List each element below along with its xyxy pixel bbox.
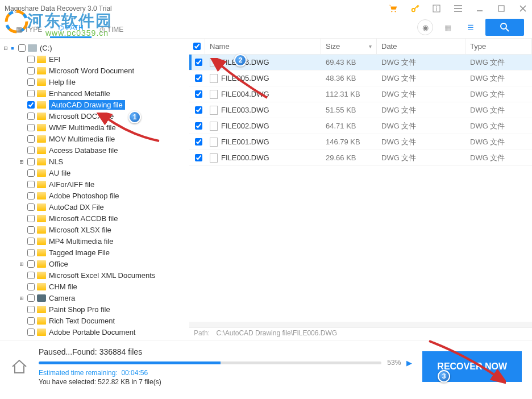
file-checkbox[interactable] [195, 122, 202, 130]
tree-item[interactable]: MP4 Multimedia file [0, 235, 189, 247]
file-row[interactable]: FILE005.DWG48.36 KBDWG 文件DWG 文件 [189, 70, 532, 86]
resume-button[interactable]: ▶ [406, 359, 412, 367]
tree-item-checkbox[interactable] [27, 135, 35, 143]
tree-item[interactable]: Microsoft ACCDB file [0, 213, 189, 224]
file-row[interactable]: FILE004.DWG112.31 KBDWG 文件DWG 文件 [189, 86, 532, 102]
file-checkbox[interactable] [195, 106, 202, 114]
tree-item-checkbox[interactable] [27, 101, 35, 109]
tree-item[interactable]: WMF Multimedia file [0, 122, 189, 133]
list-view-icon[interactable]: ☰ [463, 19, 479, 35]
tree-item-checkbox[interactable] [27, 158, 35, 165]
tree-item[interactable]: Enhanced Metafile [0, 88, 189, 99]
home-button[interactable] [10, 358, 28, 376]
tree-item[interactable]: AIForAIFF file [0, 178, 189, 190]
tree-item-checkbox[interactable] [27, 56, 35, 63]
tab-path[interactable]: ⌬PATH [50, 19, 91, 38]
file-size: 112.31 KB [321, 90, 377, 98]
folder-icon [37, 283, 46, 290]
tree-item[interactable]: AU file [0, 167, 189, 178]
tree-item[interactable]: ⊞Camera [0, 292, 189, 304]
col-type[interactable]: Type [466, 39, 532, 54]
tree-item[interactable]: AutoCAD Drawing file [0, 99, 189, 110]
col-date[interactable]: Date [377, 39, 466, 54]
tree-item[interactable]: Help file [0, 76, 189, 88]
shop-icon[interactable] [389, 4, 398, 13]
tree-item-checkbox[interactable] [27, 203, 35, 211]
folder-tree[interactable]: ⊟▪ (C:) EFIMicrosoft Word DocumentHelp f… [0, 39, 189, 340]
h-scrollbar[interactable] [189, 322, 532, 327]
tree-item-checkbox[interactable] [27, 260, 35, 268]
tree-item-checkbox[interactable] [27, 169, 35, 177]
tree-item-checkbox[interactable] [27, 113, 35, 120]
tree-item-checkbox[interactable] [27, 249, 35, 256]
tree-item[interactable]: Tagged Image File [0, 247, 189, 258]
tree-item[interactable]: Microsoft Word Document [0, 65, 189, 76]
tree-item-checkbox[interactable] [27, 294, 35, 302]
tree-root-checkbox[interactable] [18, 44, 26, 52]
minimize-icon[interactable] [475, 4, 484, 13]
folder-icon [37, 124, 46, 131]
tree-item[interactable]: CHM file [0, 281, 189, 292]
tree-item-checkbox[interactable] [27, 340, 35, 340]
tree-item[interactable]: Rich Text Document [0, 315, 189, 326]
tree-item[interactable]: MOV Multimedia file [0, 133, 189, 144]
file-checkbox[interactable] [195, 74, 202, 82]
tree-item-label: AutoCAD Drawing file [49, 100, 125, 110]
file-row[interactable]: FILE003.DWG51.55 KBDWG 文件DWG 文件 [189, 102, 532, 118]
tree-item[interactable]: EFI [0, 53, 189, 65]
file-row[interactable]: FILE002.DWG64.71 KBDWG 文件DWG 文件 [189, 118, 532, 134]
file-checkbox[interactable] [195, 138, 202, 146]
tree-item-checkbox[interactable] [27, 215, 35, 222]
file-name: FILE003.DWG [221, 106, 269, 114]
tab-type[interactable]: ▦TYPE [8, 21, 50, 38]
tree-item[interactable]: AutoCad DX File [0, 201, 189, 213]
tree-item-checkbox[interactable] [27, 329, 35, 336]
maximize-icon[interactable] [497, 4, 506, 13]
tree-item-checkbox[interactable] [27, 226, 35, 234]
tree-root[interactable]: ⊟▪ (C:) [0, 42, 189, 53]
svg-point-8 [501, 23, 506, 29]
tree-item[interactable]: PDF [0, 338, 189, 340]
file-icon [210, 138, 218, 147]
file-row[interactable]: FILE000.DWG29.66 KBDWG 文件DWG 文件 [189, 150, 532, 166]
file-checkbox[interactable] [195, 154, 202, 161]
tree-item[interactable]: ⊞Office [0, 258, 189, 269]
tree-item-checkbox[interactable] [27, 147, 35, 154]
grid-view-icon[interactable]: ▦ [440, 19, 456, 35]
info-icon[interactable]: i [432, 4, 441, 13]
tree-item-checkbox[interactable] [27, 124, 35, 131]
tree-item[interactable]: Microsoft Excel XML Documents [0, 269, 189, 281]
tree-item-checkbox[interactable] [27, 181, 35, 188]
preview-icon[interactable]: ◉ [417, 19, 433, 35]
tree-item[interactable]: Microsoft DOCX file [0, 110, 189, 122]
key-icon[interactable] [410, 4, 419, 13]
col-name[interactable]: Name [205, 39, 321, 54]
tree-item[interactable]: Paint Shop Pro file [0, 304, 189, 315]
search-button[interactable] [485, 19, 524, 36]
tree-item-checkbox[interactable] [27, 283, 35, 290]
select-all-checkbox[interactable] [193, 43, 201, 50]
tree-item-checkbox[interactable] [27, 78, 35, 86]
tree-item-checkbox[interactable] [27, 67, 35, 74]
file-row[interactable]: FILE001.DWG146.79 KBDWG 文件DWG 文件 [189, 134, 532, 150]
tree-item-checkbox[interactable] [27, 90, 35, 97]
tree-item-checkbox[interactable] [27, 317, 35, 325]
menu-icon[interactable] [454, 4, 463, 13]
file-checkbox[interactable] [195, 59, 202, 66]
col-size[interactable]: Size▾ [321, 39, 377, 54]
tree-item[interactable]: Adobe Portable Document [0, 326, 189, 338]
tree-item[interactable]: Adobe Photoshop file [0, 190, 189, 201]
tree-item[interactable]: Access Database file [0, 144, 189, 156]
file-checkbox[interactable] [195, 90, 202, 98]
close-icon[interactable] [518, 4, 527, 13]
tree-item[interactable]: Microsoft XLSX file [0, 224, 189, 235]
file-date: DWG 文件 [377, 153, 466, 163]
tab-time[interactable]: ◷TIME [92, 21, 132, 38]
folder-icon [37, 113, 46, 120]
tree-item[interactable]: ⊞NLS [0, 156, 189, 167]
tree-item-checkbox[interactable] [27, 192, 35, 200]
tree-item-checkbox[interactable] [27, 272, 35, 279]
tree-item-checkbox[interactable] [27, 238, 35, 245]
folder-icon [37, 56, 46, 63]
tree-item-checkbox[interactable] [27, 306, 35, 313]
